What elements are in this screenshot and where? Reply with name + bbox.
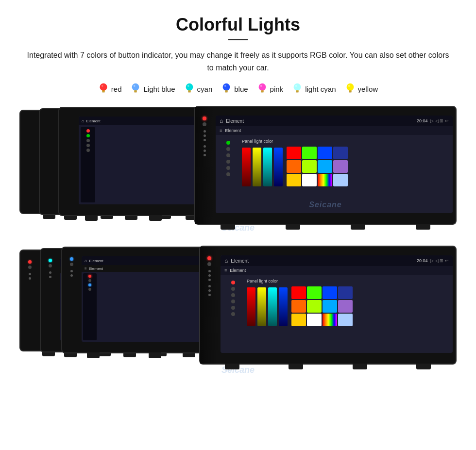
page-title: Colorful Lights (19, 15, 457, 35)
page-container: Colorful Lights Integrated with 7 colors… (0, 0, 476, 389)
bulb-icon-lightcyan (292, 83, 303, 95)
bulb-icon-lightblue (130, 83, 141, 95)
svg-point-20 (260, 85, 262, 87)
svg-rect-7 (135, 92, 137, 93)
page-description: Integrated with 7 colors of button indic… (24, 49, 452, 74)
svg-point-16 (224, 85, 226, 87)
color-label-red: red (111, 85, 122, 93)
bulb-icon-red (98, 83, 109, 95)
color-label-pink: pink (270, 85, 284, 93)
svg-rect-27 (349, 92, 352, 93)
bulb-icon-cyan (184, 83, 195, 95)
color-item-cyan: cyan (184, 83, 213, 95)
bulb-icon-yellow (345, 83, 356, 95)
svg-rect-23 (296, 92, 299, 93)
svg-point-28 (348, 85, 350, 87)
color-item-red: red (98, 83, 122, 95)
svg-point-5 (132, 83, 139, 91)
svg-point-4 (102, 85, 103, 87)
color-indicators: red Light blue (19, 83, 457, 95)
svg-point-24 (295, 85, 297, 87)
color-label-blue: blue (234, 85, 248, 93)
color-label-yellow: yellow (358, 85, 378, 93)
svg-point-13 (223, 83, 230, 91)
svg-rect-19 (261, 92, 264, 93)
car-unit-front: ⌂ Element 20:04 ▷ ◁ ⊞ ↩ ≡ Element (194, 106, 457, 225)
svg-point-25 (346, 83, 354, 91)
svg-point-21 (294, 83, 301, 91)
svg-point-1 (100, 83, 107, 91)
svg-point-17 (258, 83, 266, 91)
bulb-icon-pink (257, 83, 268, 95)
color-item-pink: pink (257, 83, 284, 95)
color-item-lightcyan: light cyan (292, 83, 336, 95)
svg-point-8 (134, 85, 136, 87)
svg-rect-3 (102, 92, 105, 93)
svg-point-12 (187, 85, 189, 87)
color-item-lightblue: Light blue (130, 83, 175, 95)
svg-point-9 (186, 83, 193, 91)
panel-light-title: Panel light color (242, 139, 449, 144)
color-label-lightcyan: light cyan (305, 85, 336, 93)
svg-rect-15 (225, 92, 228, 93)
title-divider (228, 39, 248, 40)
color-label-cyan: cyan (197, 85, 213, 93)
bulb-icon-blue (221, 83, 232, 95)
car-unit-bottom-front: ⌂ Element 20:04 ▷ ◁ ⊞ ↩ ≡ Element (199, 246, 457, 365)
color-label-lightblue: Light blue (143, 85, 175, 93)
color-item-blue: blue (221, 83, 248, 95)
color-item-yellow: yellow (345, 83, 378, 95)
svg-rect-11 (188, 92, 191, 93)
